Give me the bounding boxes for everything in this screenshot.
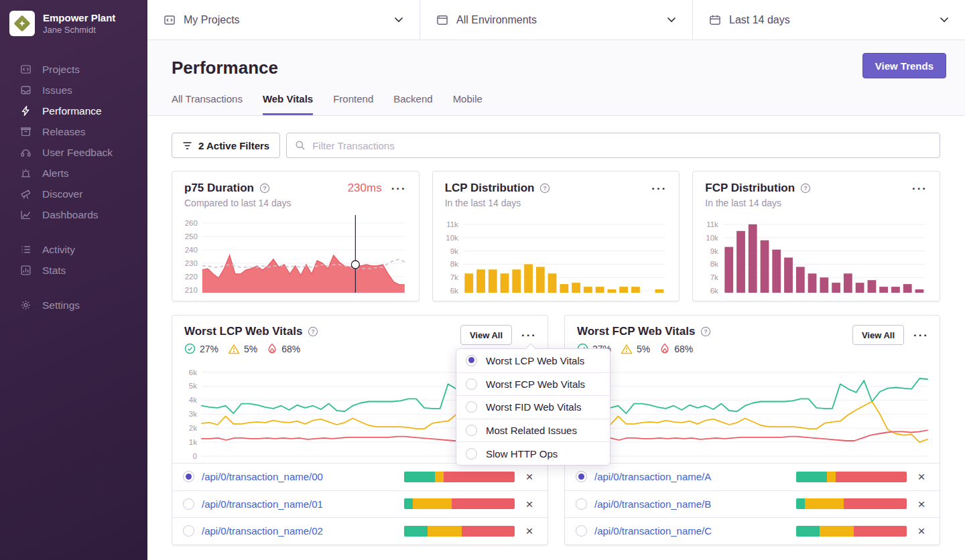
close-icon[interactable]: × (914, 470, 929, 483)
card-menu-button[interactable]: ··· (521, 330, 537, 341)
p75-duration-chart[interactable]: 260250240230220210 (172, 208, 419, 301)
vitals-breakdown-bar[interactable] (796, 472, 907, 482)
card-menu-button[interactable]: ··· (912, 183, 927, 194)
fcp-distribution-chart[interactable]: 11k10k9k8k7k6k (693, 208, 940, 301)
settings-gear-icon (19, 299, 32, 311)
card-menu-button[interactable]: ··· (651, 183, 667, 194)
sidebar-item-alerts[interactable]: Alerts (0, 163, 147, 184)
svg-text:10k: 10k (446, 234, 458, 242)
dropdown-item-worst-lcp[interactable]: Worst LCP Web Vitals (456, 349, 610, 372)
good-percent: 27% (200, 344, 218, 354)
vitals-breakdown-bar[interactable] (404, 498, 515, 509)
tab-all-transactions[interactable]: All Transactions (172, 93, 243, 115)
empower-plant-logo-icon (13, 15, 31, 32)
close-icon[interactable]: × (522, 470, 537, 483)
view-all-button[interactable]: View All (852, 325, 904, 345)
help-icon[interactable]: ? (539, 183, 550, 194)
sidebar-item-activity[interactable]: Activity (0, 239, 147, 260)
dropdown-item-most-related-issues[interactable]: Most Related Issues (456, 419, 610, 442)
active-filters-button[interactable]: 2 Active Filters (172, 133, 280, 158)
dropdown-item-label: Worst FCP Web Vitals (486, 378, 585, 390)
close-icon[interactable]: × (914, 498, 929, 510)
tab-mobile[interactable]: Mobile (453, 93, 482, 115)
worst-fcp-card: Worst FCP Web Vitals ? View All ··· 27% … (564, 315, 940, 545)
close-icon[interactable]: × (914, 524, 929, 537)
svg-text:210: 210 (185, 286, 198, 294)
dropdown-item-slow-http-ops[interactable]: Slow HTTP Ops (456, 441, 610, 465)
view-all-button[interactable]: View All (460, 325, 512, 345)
vitals-breakdown-bar[interactable] (796, 498, 907, 509)
date-range-picker[interactable]: Last 14 days (693, 0, 965, 40)
sidebar-item-label: Releases (42, 126, 86, 138)
svg-text:?: ? (263, 185, 267, 192)
tab-backend[interactable]: Backend (393, 93, 432, 115)
chevron-down-icon (667, 17, 676, 23)
tab-frontend[interactable]: Frontend (333, 93, 373, 115)
transaction-radio[interactable] (183, 498, 194, 510)
sidebar-item-settings[interactable]: Settings (0, 295, 147, 316)
svg-text:2k: 2k (189, 424, 197, 432)
sidebar-item-releases[interactable]: Releases (0, 121, 147, 142)
transaction-link[interactable]: /api/0/transaction_name/01 (202, 498, 397, 510)
sidebar-item-performance[interactable]: Performance (0, 100, 147, 121)
svg-text:7k: 7k (710, 273, 718, 281)
filter-icon (182, 141, 192, 150)
sidebar-item-user-feedback[interactable]: User Feedback (0, 142, 147, 163)
transaction-radio[interactable] (576, 498, 587, 510)
svg-text:1k: 1k (189, 438, 197, 446)
transaction-link[interactable]: /api/0/transaction_name/C (594, 525, 789, 537)
card-menu-button[interactable]: ··· (913, 330, 929, 341)
poor-flame-icon (659, 343, 670, 354)
help-icon[interactable]: ? (700, 326, 711, 337)
dropdown-item-worst-fid[interactable]: Worst FID Web Vitals (456, 395, 610, 419)
svg-text:11k: 11k (706, 220, 718, 228)
worst-fcp-chart[interactable]: 6k5k4k3k2k1k0 (565, 354, 940, 463)
close-icon[interactable]: × (522, 498, 537, 510)
card-title: Worst FCP Web Vitals (577, 325, 695, 338)
transaction-radio[interactable] (183, 525, 194, 537)
environment-picker[interactable]: All Environments (420, 0, 693, 40)
help-icon[interactable]: ? (308, 326, 318, 337)
svg-text:9k: 9k (710, 247, 718, 255)
sidebar-item-issues[interactable]: Issues (0, 80, 147, 100)
svg-text:260: 260 (185, 219, 198, 227)
search-input[interactable] (312, 140, 931, 151)
transaction-link[interactable]: /api/0/transaction_name/02 (202, 525, 397, 537)
transaction-link[interactable]: /api/0/transaction_name/00 (202, 471, 397, 482)
dashboards-icon (19, 209, 32, 220)
vitals-breakdown-bar[interactable] (796, 526, 907, 537)
activity-icon (19, 244, 32, 255)
poor-percent: 68% (281, 344, 300, 354)
option-radio (466, 401, 477, 413)
sidebar-item-projects[interactable]: Projects (0, 59, 147, 80)
vitals-breakdown-bar[interactable] (404, 472, 515, 482)
sidebar-item-discover[interactable]: Discover (0, 184, 147, 204)
tab-web-vitals[interactable]: Web Vitals (263, 93, 313, 115)
discover-icon (19, 188, 32, 200)
view-trends-button[interactable]: View Trends (862, 53, 946, 78)
active-filters-label: 2 Active Filters (198, 140, 269, 151)
svg-text:11k: 11k (446, 220, 458, 228)
calendar-icon (709, 14, 721, 26)
help-icon[interactable]: ? (800, 183, 811, 194)
close-icon[interactable]: × (522, 524, 537, 537)
project-picker[interactable]: My Projects (147, 0, 420, 40)
sidebar-item-stats[interactable]: Stats (0, 260, 147, 281)
poor-percent: 68% (674, 344, 693, 354)
transaction-radio[interactable] (576, 525, 587, 537)
card-menu-button[interactable]: ··· (391, 183, 407, 194)
window-icon (436, 14, 448, 26)
transaction-radio[interactable] (183, 471, 194, 482)
org-switcher[interactable]: Empower Plant Jane Schmidt (0, 0, 147, 43)
dropdown-item-worst-fcp[interactable]: Worst FCP Web Vitals (456, 372, 610, 396)
svg-text:4k: 4k (189, 396, 197, 404)
transaction-radio[interactable] (576, 471, 587, 482)
card-title: LCP Distribution (445, 182, 535, 195)
sidebar-item-dashboards[interactable]: Dashboards (0, 204, 147, 225)
help-icon[interactable]: ? (259, 183, 270, 194)
lcp-distribution-chart[interactable]: 11k10k9k8k7k6k (433, 208, 680, 301)
transaction-link[interactable]: /api/0/transaction_name/A (594, 471, 789, 482)
vitals-breakdown-bar[interactable] (404, 526, 515, 537)
transaction-link[interactable]: /api/0/transaction_name/B (594, 498, 789, 510)
sidebar-item-label: Activity (42, 244, 75, 256)
